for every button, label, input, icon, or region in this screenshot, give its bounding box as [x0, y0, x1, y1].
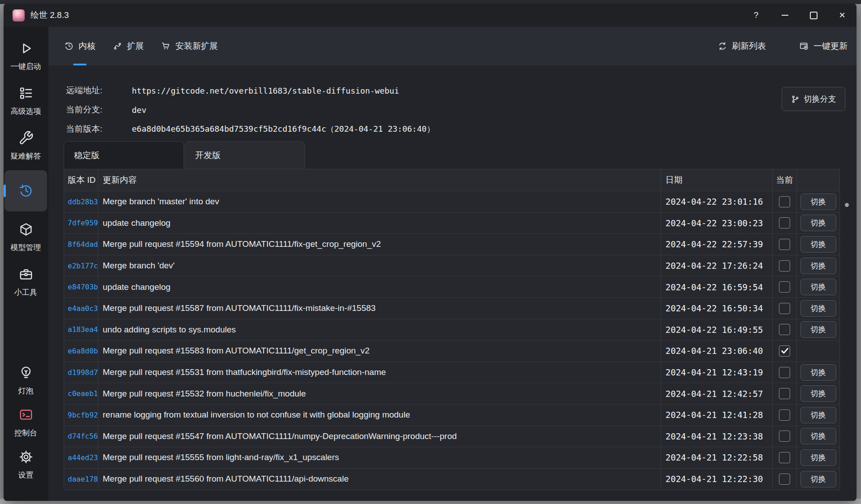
tab-extensions[interactable]: 扩展 — [113, 27, 144, 65]
current-checkbox[interactable] — [779, 239, 790, 250]
gear-icon — [18, 449, 34, 465]
switch-branch-button[interactable]: 切换分支 — [782, 87, 845, 111]
sidebar-item-label: 一键启动 — [11, 63, 41, 70]
current-checkbox[interactable] — [779, 196, 790, 207]
shopping-cart-icon — [161, 41, 171, 51]
commit-message: Merge pull request #15555 from light-and… — [98, 447, 661, 468]
app-icon — [13, 9, 25, 22]
one-click-update-button[interactable]: 一键更新 — [799, 40, 848, 52]
minimize-button[interactable] — [770, 4, 799, 27]
table-row: e6a8d0bMerge pull request #15583 from AU… — [64, 340, 839, 362]
sidebar-item-troubleshoot[interactable]: 疑难解答 — [4, 125, 47, 165]
refresh-list-button[interactable]: 刷新列表 — [718, 40, 766, 52]
toolbox-icon — [18, 267, 34, 282]
commit-date: 2024-04-21 12:23:38 — [661, 426, 773, 447]
sidebar-item-label: 控制台 — [14, 429, 37, 437]
commit-id[interactable]: d1998d7 — [64, 362, 98, 383]
current-checkbox[interactable] — [779, 281, 790, 293]
commit-id[interactable]: e84703b — [64, 276, 98, 297]
app-window: 绘世 2.8.3 ? ✕ 一键启动 高级选项 — [4, 4, 857, 501]
version-tab-dev[interactable]: 开发版 — [185, 141, 305, 169]
table-header: 版本 ID 更新内容 日期 当前 — [64, 169, 839, 191]
lightbulb-icon — [18, 365, 34, 380]
switch-version-button[interactable]: 切换 — [800, 449, 836, 466]
header-action — [797, 169, 839, 191]
current-checkbox[interactable] — [779, 431, 790, 442]
switch-version-button[interactable]: 切换 — [800, 364, 836, 381]
table-row: ddb28b3Merge branch 'master' into dev202… — [64, 191, 839, 212]
current-checkbox[interactable] — [779, 452, 790, 463]
commit-id[interactable]: e6a8d0b — [64, 340, 98, 362]
sidebar-item-settings[interactable]: 设置 — [4, 444, 47, 484]
switch-version-button[interactable]: 切换 — [800, 321, 836, 338]
switch-version-button[interactable]: 切换 — [800, 279, 836, 295]
switch-version-button[interactable]: 切换 — [800, 385, 836, 402]
commit-date: 2024-04-22 17:26:24 — [661, 255, 773, 276]
help-button[interactable]: ? — [742, 4, 770, 27]
sidebar-item-launch[interactable]: 一键启动 — [4, 36, 47, 75]
switch-version-button[interactable]: 切换 — [800, 428, 836, 444]
table-row: 8f64dadMerge pull request #15594 from AU… — [64, 233, 839, 255]
info-label: 当前版本: — [66, 123, 121, 135]
switch-version-button[interactable]: 切换 — [800, 407, 836, 423]
table-row: e2b177cMerge branch 'dev'2024-04-22 17:2… — [64, 255, 839, 276]
sidebar-spacer — [4, 306, 48, 360]
current-checkbox[interactable] — [779, 474, 790, 485]
tab-kernel[interactable]: 内核 — [64, 27, 96, 65]
commit-id[interactable]: ddb28b3 — [64, 191, 98, 212]
current-checkbox[interactable] — [779, 409, 790, 421]
version-tab-stable[interactable]: 稳定版 — [64, 141, 184, 169]
sidebar-item-model-manage[interactable]: 模型管理 — [4, 217, 47, 256]
current-checkbox[interactable] — [779, 367, 790, 378]
commit-id[interactable]: e2b177c — [64, 255, 98, 276]
switch-version-button[interactable]: 切换 — [800, 471, 836, 487]
sidebar-item-bulb[interactable]: 灯泡 — [4, 360, 47, 400]
commit-id[interactable]: e4aa0c3 — [64, 298, 98, 319]
tab-install-extension[interactable]: 安装新扩展 — [161, 27, 218, 65]
scrollbar-thumb[interactable] — [845, 203, 849, 207]
commit-date: 2024-04-22 16:50:34 — [661, 298, 773, 319]
commit-date: 2024-04-21 12:42:57 — [661, 383, 773, 404]
caption-buttons: ? ✕ — [742, 4, 857, 27]
switch-version-button[interactable]: 切换 — [800, 258, 836, 274]
switch-version-button[interactable]: 切换 — [800, 236, 836, 253]
switch-version-button[interactable]: 切换 — [800, 300, 836, 317]
sidebar-item-version-manage[interactable] — [4, 170, 47, 211]
current-checkbox[interactable] — [779, 345, 790, 357]
close-button[interactable]: ✕ — [828, 4, 857, 27]
version-table-body: ddb28b3Merge branch 'master' into dev202… — [64, 191, 839, 490]
current-checkbox[interactable] — [779, 303, 790, 314]
commit-message: undo adding scripts to sys.modules — [98, 319, 661, 340]
commit-message: Merge pull request #15547 from AUTOMATIC… — [98, 426, 661, 447]
current-checkbox[interactable] — [779, 388, 790, 399]
commit-id[interactable]: 8f64dad — [64, 234, 98, 255]
switch-version-button[interactable]: 切换 — [800, 215, 836, 231]
header-date: 日期 — [661, 169, 773, 191]
commit-message: Merge pull request #15583 from AUTOMATIC… — [98, 340, 661, 362]
commit-id[interactable]: a183ea4 — [64, 319, 98, 340]
commit-message: Merge pull request #15531 from thatfucki… — [98, 362, 661, 383]
commit-id[interactable]: c0eaeb1 — [64, 383, 98, 404]
sidebar-item-small-tools[interactable]: 小工具 — [4, 262, 47, 301]
current-checkbox[interactable] — [779, 217, 790, 228]
commit-id[interactable]: 9bcfb92 — [64, 405, 98, 426]
sidebar-item-label: 灯泡 — [18, 387, 34, 395]
table-row: d74fc56Merge pull request #15547 from AU… — [64, 426, 839, 447]
current-checkbox[interactable] — [779, 260, 790, 271]
sidebar-item-console[interactable]: 控制台 — [4, 402, 47, 442]
tabbar: 内核 扩展 安装新扩展 — [48, 27, 857, 65]
commit-date: 2024-04-21 12:41:28 — [661, 405, 773, 426]
maximize-button[interactable] — [799, 4, 828, 27]
commit-id[interactable]: d74fc56 — [64, 426, 98, 447]
current-checkbox[interactable] — [779, 324, 790, 335]
table-row: a44ed23Merge pull request #15555 from li… — [64, 447, 839, 468]
commit-id[interactable]: daae178 — [64, 469, 98, 490]
sidebar-item-label: 设置 — [18, 471, 34, 479]
header-update-content: 更新内容 — [98, 169, 661, 191]
play-icon — [18, 41, 34, 56]
refresh-icon — [718, 41, 727, 51]
switch-version-button[interactable]: 切换 — [800, 194, 836, 210]
commit-id[interactable]: a44ed23 — [64, 447, 98, 468]
sidebar-item-advanced-options[interactable]: 高级选项 — [4, 81, 47, 120]
commit-id[interactable]: 7dfe959 — [64, 213, 98, 234]
